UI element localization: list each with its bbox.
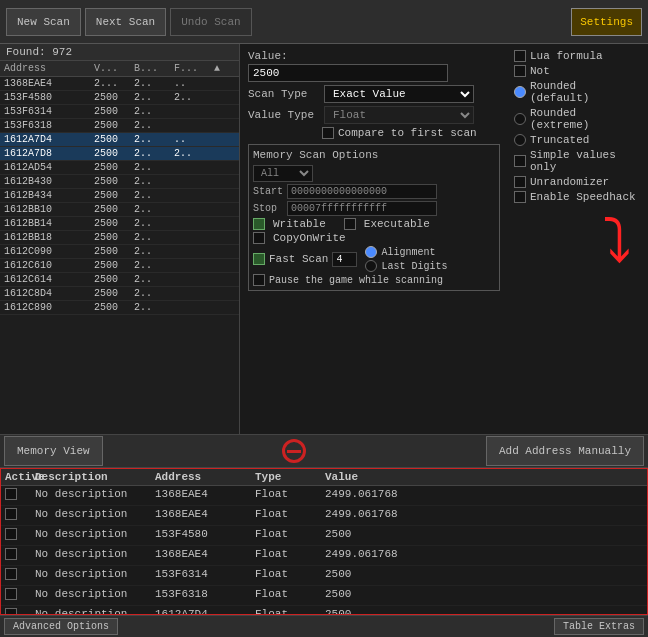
truncated-radio[interactable] bbox=[514, 134, 526, 146]
not-option: Not bbox=[514, 65, 642, 77]
value-type-select[interactable]: Float bbox=[324, 106, 474, 124]
result-value: 2500 bbox=[94, 288, 134, 299]
row-checkbox[interactable] bbox=[5, 548, 17, 560]
add-address-button[interactable]: Add Address Manually bbox=[486, 436, 644, 466]
result-row[interactable]: 153F6314 2500 2.. bbox=[0, 105, 239, 119]
lua-formula-checkbox[interactable] bbox=[514, 50, 526, 62]
executable-checkbox[interactable] bbox=[344, 218, 356, 230]
cow-checkbox[interactable] bbox=[253, 232, 265, 244]
ms-start-input[interactable] bbox=[287, 184, 437, 199]
pause-label: Pause the game while scanning bbox=[269, 275, 443, 286]
addr-table-row[interactable]: No description 1612A7D4 Float 2500 bbox=[1, 606, 647, 615]
addr-active bbox=[5, 528, 35, 543]
advanced-options-button[interactable]: Advanced Options bbox=[4, 618, 118, 635]
result-row[interactable]: 1368EAE4 2... 2.. .. bbox=[0, 77, 239, 91]
row-checkbox[interactable] bbox=[5, 528, 17, 540]
alignment-radio[interactable] bbox=[365, 246, 377, 258]
rounded-extreme-option: Rounded (extreme) bbox=[514, 107, 642, 131]
scroll-up-btn[interactable]: ▲ bbox=[214, 63, 234, 74]
ms-all-dropdown[interactable]: All bbox=[253, 165, 313, 182]
result-row[interactable]: 1612C614 2500 2.. bbox=[0, 273, 239, 287]
table-extras-button[interactable]: Table Extras bbox=[554, 618, 644, 635]
rounded-default-radio[interactable] bbox=[514, 86, 526, 98]
addr-active bbox=[5, 548, 35, 563]
rounded-extreme-radio[interactable] bbox=[514, 113, 526, 125]
row-checkbox[interactable] bbox=[5, 488, 17, 500]
result-flags: 2.. bbox=[174, 92, 214, 103]
simple-values-checkbox[interactable] bbox=[514, 155, 526, 167]
row-checkbox[interactable] bbox=[5, 568, 17, 580]
result-address: 1612B434 bbox=[4, 190, 94, 201]
addr-table-row[interactable]: No description 153F6318 Float 2500 bbox=[1, 586, 647, 606]
top-toolbar: New Scan Next Scan Undo Scan Settings bbox=[0, 0, 648, 44]
next-scan-button[interactable]: Next Scan bbox=[85, 8, 166, 36]
result-row[interactable]: 1612C090 2500 2.. bbox=[0, 245, 239, 259]
settings-button[interactable]: Settings bbox=[571, 8, 642, 36]
result-row[interactable]: 1612BB18 2500 2.. bbox=[0, 231, 239, 245]
ms-start-row: Start bbox=[253, 184, 495, 199]
addr-type: Float bbox=[255, 508, 325, 523]
addr-type: Float bbox=[255, 568, 325, 583]
result-row[interactable]: 1612C8D4 2500 2.. bbox=[0, 287, 239, 301]
ms-stop-input[interactable] bbox=[287, 201, 437, 216]
result-prev: 2.. bbox=[134, 274, 174, 285]
result-value: 2500 bbox=[94, 162, 134, 173]
col-value: Value bbox=[325, 471, 445, 483]
result-row[interactable]: 153F6318 2500 2.. bbox=[0, 119, 239, 133]
row-checkbox[interactable] bbox=[5, 608, 17, 615]
addr-table-row[interactable]: No description 1368EAE4 Float 2499.06176… bbox=[1, 546, 647, 566]
result-value: 2500 bbox=[94, 260, 134, 271]
result-row[interactable]: 1612AD54 2500 2.. bbox=[0, 161, 239, 175]
value-input[interactable] bbox=[248, 64, 448, 82]
result-row[interactable]: 153F4580 2500 2.. 2.. bbox=[0, 91, 239, 105]
fast-scan-checkbox[interactable] bbox=[253, 253, 265, 265]
memory-view-button[interactable]: Memory View bbox=[4, 436, 103, 466]
result-row[interactable]: 1612A7D8 2500 2.. 2.. bbox=[0, 147, 239, 161]
row-checkbox[interactable] bbox=[5, 508, 17, 520]
result-row[interactable]: 1612C610 2500 2.. bbox=[0, 259, 239, 273]
result-flags bbox=[174, 232, 214, 243]
compare-checkbox[interactable] bbox=[322, 127, 334, 139]
results-list[interactable]: 1368EAE4 2... 2.. .. 153F4580 2500 2.. 2… bbox=[0, 77, 239, 434]
row-checkbox[interactable] bbox=[5, 588, 17, 600]
writable-checkbox[interactable] bbox=[253, 218, 265, 230]
addr-address: 1368EAE4 bbox=[155, 508, 255, 523]
result-row[interactable]: 1612A7D4 2500 2.. .. bbox=[0, 133, 239, 147]
addr-description: No description bbox=[35, 548, 155, 563]
not-checkbox[interactable] bbox=[514, 65, 526, 77]
unrandomizer-checkbox[interactable] bbox=[514, 176, 526, 188]
result-row[interactable]: 1612BB10 2500 2.. bbox=[0, 203, 239, 217]
result-value: 2... bbox=[94, 78, 134, 89]
fast-scan-input[interactable] bbox=[332, 252, 357, 267]
last-digits-radio[interactable] bbox=[365, 260, 377, 272]
scan-type-select[interactable]: Exact Value bbox=[324, 85, 474, 103]
new-scan-button[interactable]: New Scan bbox=[6, 8, 81, 36]
addr-value: 2499.061768 bbox=[325, 488, 445, 503]
result-row[interactable]: 1612BB14 2500 2.. bbox=[0, 217, 239, 231]
addr-value: 2500 bbox=[325, 528, 445, 543]
ms-stop-label: Stop bbox=[253, 203, 283, 214]
col-value: V... bbox=[94, 63, 134, 74]
addr-active bbox=[5, 488, 35, 503]
address-list[interactable]: Active Description Address Type Value No… bbox=[0, 468, 648, 615]
last-digits-label: Last Digits bbox=[381, 261, 447, 272]
addr-type: Float bbox=[255, 488, 325, 503]
addr-table-row[interactable]: No description 1368EAE4 Float 2499.06176… bbox=[1, 506, 647, 526]
content-area: Found: 972 Address V... B... F... ▲ 1368… bbox=[0, 44, 648, 637]
undo-scan-button[interactable]: Undo Scan bbox=[170, 8, 251, 36]
result-flags bbox=[174, 246, 214, 257]
result-row[interactable]: 1612B434 2500 2.. bbox=[0, 189, 239, 203]
speedhack-checkbox[interactable] bbox=[514, 191, 526, 203]
addr-table-row[interactable]: No description 153F6314 Float 2500 bbox=[1, 566, 647, 586]
addr-table-row[interactable]: No description 153F4580 Float 2500 bbox=[1, 526, 647, 546]
red-arrow-icon: ⤵ bbox=[602, 216, 632, 276]
addr-type: Float bbox=[255, 588, 325, 603]
addr-table-row[interactable]: No description 1368EAE4 Float 2499.06176… bbox=[1, 486, 647, 506]
addr-description: No description bbox=[35, 588, 155, 603]
ms-cow-row: CopyOnWrite bbox=[253, 232, 495, 244]
pause-checkbox[interactable] bbox=[253, 274, 265, 286]
result-row[interactable]: 1612B430 2500 2.. bbox=[0, 175, 239, 189]
result-flags bbox=[174, 302, 214, 313]
result-prev: 2.. bbox=[134, 302, 174, 313]
result-row[interactable]: 1612C890 2500 2.. bbox=[0, 301, 239, 315]
